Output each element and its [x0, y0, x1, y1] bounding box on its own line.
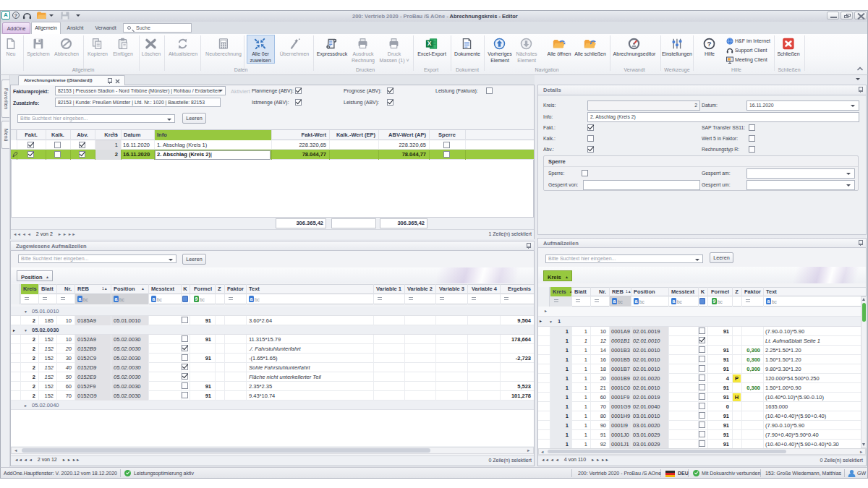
svg-text:X: X: [427, 40, 432, 47]
svg-text:?: ?: [707, 40, 712, 48]
